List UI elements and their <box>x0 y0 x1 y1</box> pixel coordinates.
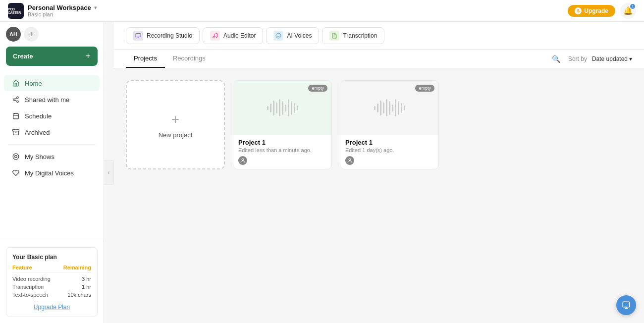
home-icon <box>12 79 20 87</box>
transcription-button[interactable]: Transcription <box>322 27 384 44</box>
sidebar-item-schedule[interactable]: Schedule <box>4 108 100 124</box>
card-info-1: Project 1 Edited less than a minute ago. <box>233 135 331 169</box>
tabs-row: Projects Recordings 🔍 Sort by Date updat… <box>114 50 644 68</box>
create-section: Create + <box>0 47 104 71</box>
svg-line-4 <box>15 98 17 99</box>
projects-area: + New project <box>114 68 644 323</box>
workspace-chevron-icon: ▾ <box>94 4 97 11</box>
logo: POD CASTER <box>8 3 24 19</box>
workspace-plan: Basic plan <box>28 11 97 17</box>
svg-point-18 <box>276 33 281 38</box>
audio-editor-icon <box>210 31 220 41</box>
card-date-1: Edited less than a minute ago. <box>238 147 326 153</box>
transcription-icon <box>329 31 339 41</box>
sidebar-bottom: Your Basic plan Feature Remaining Video … <box>0 241 104 323</box>
nav-divider <box>8 144 96 145</box>
card-thumbnail-1: empty <box>233 81 331 135</box>
schedule-icon <box>12 112 20 120</box>
sort-label: Sort by <box>568 55 587 62</box>
topbar-right: $ Upgrade 🔔 1 <box>568 3 636 19</box>
shows-icon <box>12 153 20 161</box>
sidebar-item-myvoices[interactable]: My Digital Voices <box>4 165 100 181</box>
svg-line-3 <box>15 100 17 101</box>
sidebar-item-archived[interactable]: Archived <box>4 124 100 140</box>
card-title-1: Project 1 <box>238 139 326 146</box>
archive-icon <box>12 128 20 136</box>
new-project-label: New project <box>159 131 193 139</box>
svg-point-12 <box>15 156 17 158</box>
search-button[interactable]: 🔍 <box>549 52 563 66</box>
svg-point-1 <box>13 99 15 101</box>
svg-point-23 <box>242 159 244 161</box>
svg-rect-9 <box>13 130 19 131</box>
ai-voices-button[interactable]: AI Voices <box>266 27 319 44</box>
card-date-2: Edited 1 day(s) ago. <box>345 147 433 153</box>
waveform-icon-2 <box>374 98 405 118</box>
plan-table-header: Feature Remaining <box>12 265 91 273</box>
new-project-card[interactable]: + New project <box>126 80 225 169</box>
plan-row-transcription: Transcription 1 hr <box>12 283 91 291</box>
sort-chevron-icon: ▾ <box>629 55 632 62</box>
svg-point-2 <box>17 101 19 103</box>
notif-badge: 1 <box>630 4 635 9</box>
main-layout: AH + Create + Home Shared with me <box>0 22 644 323</box>
create-plus-icon: + <box>85 51 91 61</box>
plan-row-video: Video recording 3 hr <box>12 275 91 283</box>
svg-point-0 <box>17 97 19 99</box>
upgrade-button[interactable]: $ Upgrade <box>568 5 615 17</box>
empty-badge-1: empty <box>308 85 327 92</box>
sort-value[interactable]: Date updated ▾ <box>592 55 632 62</box>
avatar: AH <box>6 27 21 42</box>
project-card-1[interactable]: empty Project 1 Edited less than a minut… <box>233 80 332 169</box>
waveform-icon-1 <box>267 98 298 118</box>
workspace-name: Personal Workspace <box>28 4 91 11</box>
svg-rect-5 <box>13 113 19 119</box>
topbar-left: POD CASTER Personal Workspace ▾ Basic pl… <box>8 3 97 19</box>
sidebar-collapse-button[interactable]: ‹ <box>104 160 114 185</box>
recording-studio-icon <box>133 31 143 41</box>
plan-table: Feature Remaining Video recording 3 hr T… <box>12 265 91 299</box>
card-thumbnail-2: empty <box>340 81 438 135</box>
create-button[interactable]: Create + <box>6 47 98 66</box>
svg-rect-13 <box>136 33 141 37</box>
svg-point-11 <box>13 154 19 160</box>
ai-voices-icon <box>273 31 283 41</box>
tools-bar: Recording Studio Audio Editor AI Voices … <box>114 22 644 50</box>
svg-point-16 <box>213 36 215 38</box>
new-project-plus-icon: + <box>171 111 179 127</box>
svg-point-17 <box>216 36 217 37</box>
chat-widget-button[interactable] <box>616 295 636 315</box>
project-card-2[interactable]: empty Project 1 Edited 1 day(s) ago. <box>340 80 439 169</box>
empty-badge-2: empty <box>415 85 434 92</box>
audio-editor-button[interactable]: Audio Editor <box>203 27 263 44</box>
workspace-info: Personal Workspace ▾ Basic plan <box>28 4 97 17</box>
sidebar-top-row: AH + <box>0 22 104 47</box>
notifications-button[interactable]: 🔔 1 <box>620 3 636 19</box>
coin-icon: $ <box>575 7 582 14</box>
card-avatar-1 <box>238 156 247 165</box>
recording-studio-button[interactable]: Recording Studio <box>126 27 200 44</box>
sidebar-item-shared[interactable]: Shared with me <box>4 92 100 108</box>
plan-box: Your Basic plan Feature Remaining Video … <box>6 247 98 317</box>
card-avatar-2 <box>345 156 354 165</box>
shared-icon <box>12 96 20 104</box>
tab-projects[interactable]: Projects <box>126 50 165 68</box>
plan-title: Your Basic plan <box>12 254 91 261</box>
svg-point-24 <box>349 159 351 161</box>
svg-rect-25 <box>623 302 630 307</box>
sidebar-item-home[interactable]: Home <box>4 75 100 91</box>
tab-recordings[interactable]: Recordings <box>165 50 214 68</box>
sidebar: AH + Create + Home Shared with me <box>0 22 104 323</box>
plan-row-tts: Text-to-speech 10k chars <box>12 291 91 299</box>
sidebar-add-button[interactable]: + <box>24 27 39 42</box>
sidebar-item-myshows[interactable]: My Shows <box>4 149 100 164</box>
tabs: Projects Recordings <box>126 50 214 68</box>
card-title-2: Project 1 <box>345 139 433 146</box>
sidebar-nav: Home Shared with me Schedule Archived <box>0 71 104 241</box>
voices-icon <box>12 169 20 177</box>
upgrade-plan-link[interactable]: Upgrade Plan <box>12 304 91 311</box>
search-sort-area: 🔍 Sort by Date updated ▾ <box>549 52 632 66</box>
topbar: POD CASTER Personal Workspace ▾ Basic pl… <box>0 0 644 22</box>
card-info-2: Project 1 Edited 1 day(s) ago. <box>340 135 438 169</box>
content-area: Recording Studio Audio Editor AI Voices … <box>114 22 644 323</box>
